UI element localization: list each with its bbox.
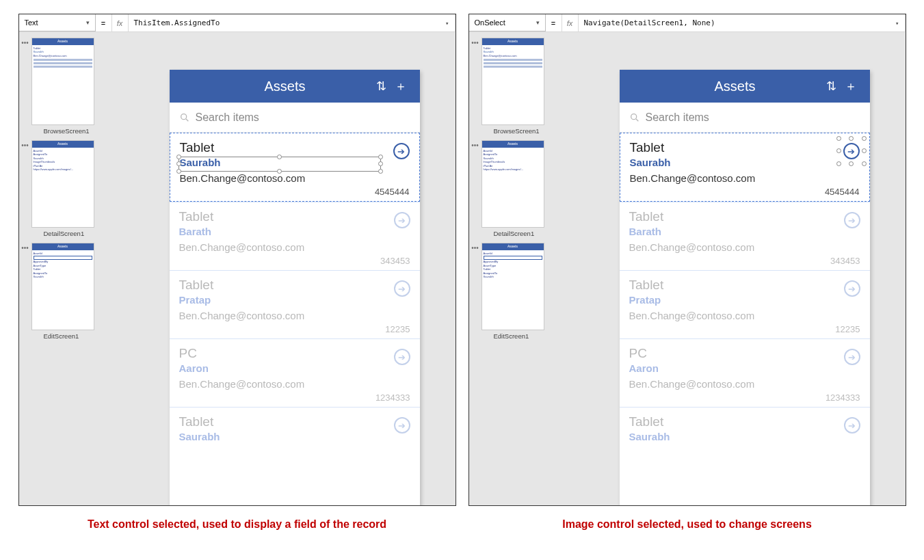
item-title: PC <box>179 346 410 361</box>
item-assignedto: Pratap <box>179 294 410 306</box>
navigate-arrow-icon[interactable]: ➔ <box>844 280 860 297</box>
navigate-arrow-icon[interactable]: ➔ <box>394 280 410 297</box>
selection-outline: ➔ <box>839 139 864 163</box>
thumb-more-icon[interactable]: ••• <box>19 243 31 252</box>
item-code: 4545444 <box>180 187 410 197</box>
workspace: ••• Assets TabletSaurabhBen.Change@conto… <box>469 32 906 505</box>
thumb-more-icon[interactable]: ••• <box>469 38 481 46</box>
item-title: Tablet <box>179 414 410 429</box>
thumb-more-icon[interactable]: ••• <box>469 243 481 252</box>
add-icon[interactable]: ＋ <box>841 78 860 94</box>
item-email: Ben.Change@contoso.com <box>629 378 860 390</box>
svg-point-2 <box>631 114 636 119</box>
gallery-item[interactable]: Tablet Barath Ben.Change@contoso.com 343… <box>620 202 870 270</box>
sort-icon[interactable]: ⇅ <box>822 79 841 94</box>
screen-thumbnail[interactable]: Assets AssetIdApprovedByAssetTypeTabletA… <box>31 243 94 330</box>
svg-line-1 <box>186 119 188 121</box>
chevron-down-icon: ▾ <box>445 20 449 27</box>
item-email: Ben.Change@contoso.com <box>179 310 410 321</box>
property-selector-label: OnSelect <box>475 18 505 27</box>
navigate-arrow-icon[interactable]: ➔ <box>844 349 860 365</box>
item-assignedto: Saurabh <box>179 431 410 442</box>
screen-thumbnail[interactable]: Assets AssetIdApprovedByAssetTypeTabletA… <box>481 243 544 330</box>
property-selector[interactable]: Text ▾ <box>19 14 96 31</box>
gallery-item[interactable]: Tablet Saurabh Ben.Change@contoso.com 45… <box>620 133 870 202</box>
rail-dark-strip <box>18 38 19 125</box>
gallery-item[interactable]: Tablet Barath Ben.Change@contoso.com 343… <box>170 202 420 270</box>
item-code: 343453 <box>179 256 410 266</box>
item-email: Ben.Change@contoso.com <box>629 241 860 253</box>
gallery-item[interactable]: PC Aaron Ben.Change@contoso.com 1234333 … <box>620 338 870 407</box>
property-selector[interactable]: OnSelect ▾ <box>469 14 546 31</box>
equals-label: = <box>96 14 112 31</box>
equals-label: = <box>546 14 562 31</box>
item-assignedto: Aaron <box>629 362 860 374</box>
item-title: Tablet <box>629 414 860 429</box>
left-panel-block: Text ▾ = fx ThisItem.AssignedTo ▾ ••• <box>18 14 456 531</box>
item-title: Tablet <box>629 209 860 224</box>
screen-thumbnail[interactable]: Assets TabletSaurabhBen.Change@contoso.c… <box>481 38 544 125</box>
navigate-arrow-icon[interactable]: ➔ <box>843 143 860 159</box>
gallery-item[interactable]: PC Aaron Ben.Change@contoso.com 1234333 … <box>170 338 420 407</box>
svg-point-0 <box>181 114 186 119</box>
fx-icon: fx <box>112 14 129 31</box>
search-row[interactable]: Search items <box>620 103 870 133</box>
sort-icon[interactable]: ⇅ <box>372 79 391 94</box>
navigate-arrow-icon[interactable]: ➔ <box>844 212 860 228</box>
screen-thumbnail[interactable]: Assets AssetIdAssignedToSaurabhImageThum… <box>481 140 544 228</box>
item-email: Ben.Change@contoso.com <box>179 241 410 253</box>
thumb-label: EditScreen1 <box>44 332 94 340</box>
chevron-down-icon: ▾ <box>536 19 540 26</box>
thumb-header: Assets <box>32 141 94 148</box>
formula-text: Navigate(DetailScreen1, None) <box>584 18 715 27</box>
thumb-header: Assets <box>32 243 94 250</box>
screen-thumbnail[interactable]: Assets TabletSaurabhBen.Change@contoso.c… <box>31 38 94 125</box>
item-title: Tablet <box>630 140 860 155</box>
right-panel-block: OnSelect ▾ = fx Navigate(DetailScreen1, … <box>468 14 906 531</box>
item-title: Tablet <box>629 278 860 293</box>
thumb-more-icon[interactable]: ••• <box>469 140 481 149</box>
item-code: 1234333 <box>629 392 860 403</box>
app-title: Assets <box>198 79 372 94</box>
item-title: Tablet <box>179 278 410 293</box>
navigate-arrow-icon[interactable]: ➔ <box>393 143 410 159</box>
item-code: 1234333 <box>179 392 410 403</box>
formula-input[interactable]: Navigate(DetailScreen1, None) ▾ <box>579 14 906 31</box>
formula-input[interactable]: ThisItem.AssignedTo ▾ <box>129 14 456 31</box>
left-panel: Text ▾ = fx ThisItem.AssignedTo ▾ ••• <box>18 14 456 506</box>
gallery: Tablet <box>170 133 420 506</box>
item-email: Ben.Change@contoso.com <box>179 378 410 390</box>
gallery: Tablet Saurabh Ben.Change@contoso.com 45… <box>620 133 870 506</box>
app-header: Assets ⇅ ＋ <box>170 70 420 103</box>
add-icon[interactable]: ＋ <box>391 78 410 94</box>
navigate-arrow-icon[interactable]: ➔ <box>394 417 410 434</box>
navigate-arrow-icon[interactable]: ➔ <box>394 349 410 365</box>
gallery-item[interactable]: Tablet Saurabh ➔ <box>620 407 870 446</box>
thumb-more-icon[interactable]: ••• <box>19 38 31 46</box>
search-placeholder: Search items <box>196 111 259 124</box>
search-icon <box>629 112 640 123</box>
selection-outline <box>179 157 381 172</box>
canvas-area: Assets ⇅ ＋ Search items Tablet Saurabh <box>565 32 906 505</box>
canvas-area: Assets ⇅ ＋ Search items Tablet <box>115 32 456 505</box>
item-code: 12235 <box>629 324 860 334</box>
navigate-arrow-icon[interactable]: ➔ <box>844 417 860 434</box>
item-code: 12235 <box>179 324 410 334</box>
search-row[interactable]: Search items <box>170 103 420 133</box>
navigate-arrow-icon[interactable]: ➔ <box>394 212 410 228</box>
svg-line-3 <box>636 119 638 121</box>
screen-thumbnail-rail: ••• Assets TabletSaurabhBen.Change@conto… <box>19 32 115 505</box>
phone-preview: Assets ⇅ ＋ Search items Tablet Saurabh <box>620 70 870 506</box>
gallery-item[interactable]: Tablet Pratap Ben.Change@contoso.com 122… <box>170 270 420 338</box>
search-placeholder: Search items <box>646 111 709 124</box>
rail-dark-strip <box>468 38 469 125</box>
property-selector-label: Text <box>25 18 38 27</box>
screen-thumbnail[interactable]: Assets AssetIdAssignedToSaurabhImageThum… <box>31 140 94 228</box>
item-assignedto: Barath <box>629 226 860 237</box>
item-assignedto: Barath <box>179 226 410 237</box>
item-email: Ben.Change@contoso.com <box>180 172 410 184</box>
gallery-item[interactable]: Tablet Saurabh ➔ <box>170 407 420 446</box>
gallery-item[interactable]: Tablet Pratap Ben.Change@contoso.com 122… <box>620 270 870 338</box>
gallery-item[interactable]: Tablet <box>170 133 420 202</box>
thumb-more-icon[interactable]: ••• <box>19 140 31 149</box>
